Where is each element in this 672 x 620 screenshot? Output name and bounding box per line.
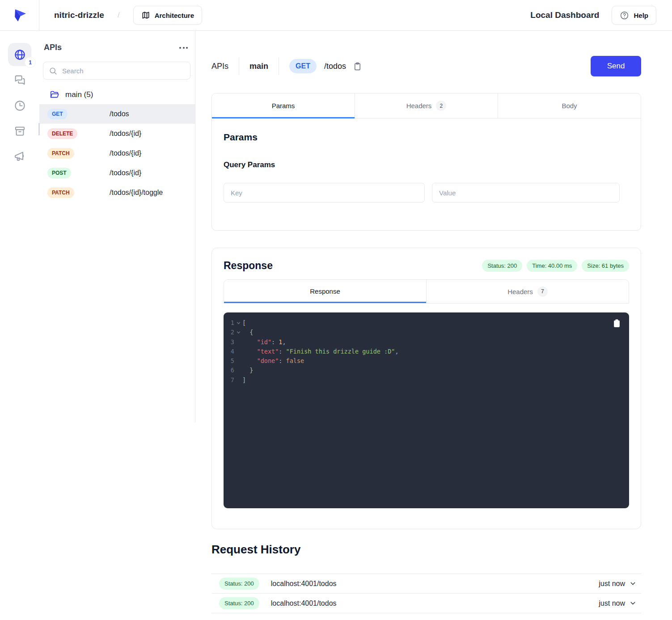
- ellipsis-menu-button[interactable]: [177, 44, 190, 51]
- nav-storage-button[interactable]: [8, 122, 31, 140]
- icon-rail: 1: [0, 31, 39, 620]
- main-content: APIs main GET /todos Send Params: [195, 31, 672, 620]
- history-url: localhost:4001/todos: [271, 580, 337, 588]
- param-key-input[interactable]: [224, 183, 425, 202]
- ellipsis-icon: [179, 47, 181, 49]
- fold-chevron-icon[interactable]: [234, 328, 242, 337]
- code-line: 2 {: [224, 328, 629, 337]
- nav-topics-button[interactable]: [8, 71, 31, 89]
- line-number: 6: [224, 366, 234, 375]
- response-headers-count-badge: 7: [537, 287, 548, 297]
- code-text: }: [242, 366, 253, 375]
- status-badge: Status: 200: [219, 578, 259, 590]
- code-text: {: [242, 328, 253, 337]
- method-badge: DELETE: [47, 128, 77, 139]
- code-line: 7 ]: [224, 375, 629, 385]
- endpoint-row-patch-todo[interactable]: PATCH /todos/{id}: [39, 143, 195, 163]
- history-list: Status: 200 localhost:4001/todos just no…: [211, 574, 641, 613]
- app-body: 1: [0, 31, 672, 620]
- breadcrumb-group: main: [249, 62, 268, 71]
- code-line: 5 "done": false: [224, 356, 629, 366]
- endpoint-row-delete-todo[interactable]: DELETE /todos/{id}: [39, 124, 195, 143]
- architecture-button[interactable]: Architecture: [133, 6, 202, 25]
- header-main: nitric-drizzle / Architecture Local Dash…: [39, 0, 672, 30]
- method-badge: POST: [47, 168, 71, 178]
- tab-response[interactable]: Response: [224, 280, 426, 303]
- status-badge: Status: 200: [482, 260, 522, 272]
- endpoint-list: GET /todos DELETE /todos/{id} PATCH /tod…: [39, 104, 195, 202]
- history-row[interactable]: Status: 200 localhost:4001/todos just no…: [211, 593, 641, 613]
- api-group-folder[interactable]: main (5): [43, 87, 190, 102]
- request-history: Request History Status: 200 localhost:40…: [211, 543, 641, 613]
- history-time: just now: [599, 599, 625, 607]
- line-number: 4: [224, 347, 234, 356]
- history-time: just now: [599, 580, 625, 588]
- code-text: "done": false: [242, 356, 304, 366]
- send-button[interactable]: Send: [591, 56, 641, 76]
- code-text: [: [242, 318, 246, 328]
- time-badge: Time: 40.00 ms: [527, 260, 577, 272]
- line-number: 2: [224, 328, 234, 337]
- query-params-title: Query Params: [224, 160, 629, 169]
- breadcrumb-separator: /: [118, 11, 120, 20]
- method-badge: GET: [47, 109, 68, 119]
- endpoint-row-get-todos[interactable]: GET /todos: [39, 104, 195, 124]
- response-badges: Status: 200 Time: 40.00 ms Size: 61 byte…: [482, 260, 629, 272]
- param-value-input[interactable]: [432, 183, 620, 202]
- request-bar: APIs main GET /todos Send: [211, 56, 641, 76]
- tab-headers[interactable]: Headers 2: [355, 93, 498, 118]
- response-tabs: Response Headers 7: [224, 279, 629, 304]
- endpoint-row-patch-toggle[interactable]: PATCH /todos/{id}/toggle: [39, 183, 195, 202]
- search-input[interactable]: [61, 67, 185, 75]
- request-card: Params Headers 2 Body Params Query Param…: [211, 93, 641, 231]
- method-badge: PATCH: [47, 148, 74, 159]
- nav-events-button[interactable]: [8, 148, 31, 165]
- line-number: 3: [224, 337, 234, 347]
- tab-response-headers[interactable]: Headers 7: [426, 280, 629, 303]
- nav-apis-button[interactable]: 1: [8, 43, 31, 66]
- divider: [279, 57, 279, 75]
- tab-body[interactable]: Body: [498, 93, 641, 118]
- search-box: [43, 62, 190, 80]
- divider: [239, 57, 239, 75]
- endpoint-row-post-todo[interactable]: POST /todos/{id}: [39, 163, 195, 183]
- chat-icon: [13, 74, 26, 86]
- archive-icon: [14, 125, 26, 137]
- code-text: ]: [242, 375, 246, 385]
- line-number: 5: [224, 356, 234, 366]
- sidebar-title: APIs: [44, 43, 62, 52]
- request-tabs: Params Headers 2 Body: [212, 93, 641, 118]
- sidebar-header: APIs: [43, 43, 190, 52]
- clock-icon: [14, 100, 26, 112]
- copy-response-button[interactable]: [613, 319, 621, 328]
- logo-cell: [0, 0, 39, 30]
- copy-path-button[interactable]: [352, 61, 363, 72]
- request-path: /todos: [324, 62, 346, 71]
- method-pill: GET: [289, 59, 317, 73]
- scrollbar-thumb[interactable]: [38, 123, 40, 135]
- sidebar-apis: APIs main (5) GET: [39, 31, 195, 422]
- chevron-down-icon[interactable]: [629, 580, 637, 587]
- method-badge: PATCH: [47, 187, 74, 198]
- query-param-row: [224, 183, 629, 202]
- history-row[interactable]: Status: 200 localhost:4001/todos just no…: [211, 574, 641, 593]
- folder-label: main (5): [65, 90, 93, 99]
- nav-schedules-button[interactable]: [8, 97, 31, 114]
- tab-params[interactable]: Params: [212, 93, 355, 118]
- chevron-down-icon[interactable]: [629, 599, 637, 607]
- help-button[interactable]: Help: [612, 6, 656, 25]
- response-header: Response Status: 200 Time: 40.00 ms Size…: [224, 260, 629, 272]
- params-panel: Params Query Params: [212, 118, 641, 230]
- clipboard-icon: [353, 62, 362, 71]
- endpoint-path: /todos/{id}/toggle: [110, 189, 163, 197]
- endpoint-path: /todos/{id}: [110, 169, 141, 177]
- folder-open-icon: [50, 90, 59, 100]
- fold-chevron-icon[interactable]: [234, 318, 242, 328]
- history-url: localhost:4001/todos: [271, 599, 337, 607]
- megaphone-icon: [13, 150, 26, 163]
- endpoint-path: /todos/{id}: [110, 130, 141, 138]
- response-body-editor: 1 [ 2 { 3 "id": 1,: [224, 312, 629, 508]
- map-icon: [141, 11, 150, 20]
- breadcrumb-apis: APIs: [211, 62, 228, 71]
- status-badge: Status: 200: [219, 597, 259, 609]
